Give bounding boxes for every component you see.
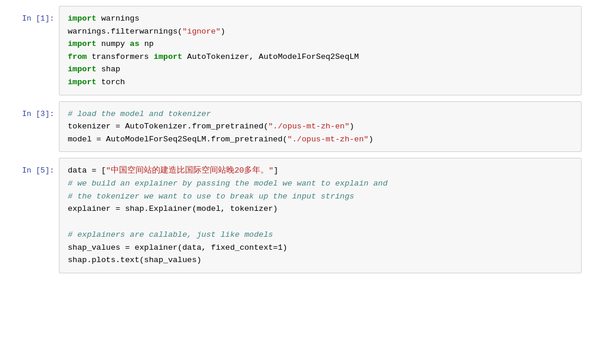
code-token: # the tokenizer we want to use to break … xyxy=(68,192,354,201)
code-token: "ignore" xyxy=(182,27,220,36)
code-token: from xyxy=(68,52,87,61)
code-token: ) xyxy=(349,122,354,131)
code-token: 1 xyxy=(278,243,282,252)
code-line: # the tokenizer we want to use to break … xyxy=(68,190,573,203)
code-line: # we build an explainer by passing the m… xyxy=(68,177,573,190)
code-token: import xyxy=(68,78,97,87)
code-token: numpy xyxy=(97,39,130,48)
cell-label: In [5]: xyxy=(0,158,59,184)
code-token: ) xyxy=(283,243,288,252)
code-token: AutoTokenizer, AutoModelForSeq2SeqLM xyxy=(182,52,359,61)
code-token: warnings.filterwarnings( xyxy=(68,27,182,36)
code-token: tokenizer = AutoTokenizer.from_pretraine… xyxy=(68,122,268,131)
cell-content[interactable]: data = ["中国空间站的建造比国际空间站晚20多年。"]# we buil… xyxy=(59,158,582,273)
code-line: shap_values = explainer(data, fixed_cont… xyxy=(68,241,573,254)
code-token: np xyxy=(140,39,154,48)
code-token: ) xyxy=(368,135,373,144)
code-line: # explainers are callable, just like mod… xyxy=(68,229,573,241)
code-token: import xyxy=(154,52,183,61)
code-line: warnings.filterwarnings("ignore") xyxy=(68,25,573,38)
cell-1: In [1]:import warningswarnings.filterwar… xyxy=(0,6,591,95)
code-line: # load the model and tokenizer xyxy=(68,108,573,121)
code-token: import xyxy=(68,39,97,48)
code-token: "./opus-mt-zh-en" xyxy=(288,135,369,144)
code-line: explainer = shap.Explainer(model, tokeni… xyxy=(68,203,573,216)
code-token: data = [ xyxy=(68,166,106,175)
code-token: # explainers are callable, just like mod… xyxy=(68,230,273,239)
code-line: data = ["中国空间站的建造比国际空间站晚20多年。"] xyxy=(68,164,573,177)
code-line: import warnings xyxy=(68,12,573,25)
cell-label: In [1]: xyxy=(0,6,59,32)
code-token: import xyxy=(68,14,97,23)
code-line: import torch xyxy=(68,76,573,89)
code-token: # load the model and tokenizer xyxy=(68,110,211,118)
code-token: explainer = shap.Explainer(model, tokeni… xyxy=(68,204,278,213)
code-line: import numpy as np xyxy=(68,38,573,51)
cell-content[interactable]: # load the model and tokenizertokenizer … xyxy=(59,101,582,153)
code-token: ] xyxy=(273,166,278,175)
code-token: model = AutoModelForSeq2SeqLM.from_pretr… xyxy=(68,135,288,144)
code-line: import shap xyxy=(68,63,573,76)
code-token: shap xyxy=(97,65,121,74)
code-token: ) xyxy=(220,27,225,36)
code-token: shap_values = explainer(data, fixed_cont… xyxy=(68,243,273,252)
empty-line xyxy=(68,216,573,229)
code-token: warnings xyxy=(97,14,140,23)
cell-content[interactable]: import warningswarnings.filterwarnings("… xyxy=(59,6,582,95)
code-token: "中国空间站的建造比国际空间站晚20多年。" xyxy=(106,166,273,175)
code-token: # we build an explainer by passing the m… xyxy=(68,179,388,188)
code-line: from transformers import AutoTokenizer, … xyxy=(68,51,573,64)
code-token: torch xyxy=(97,78,126,87)
code-line: tokenizer = AutoTokenizer.from_pretraine… xyxy=(68,120,573,133)
code-line: shap.plots.text(shap_values) xyxy=(68,254,573,267)
code-token: as xyxy=(130,39,139,48)
cell-3: In [5]:data = ["中国空间站的建造比国际空间站晚20多年。"]# … xyxy=(0,158,591,273)
code-line: model = AutoModelForSeq2SeqLM.from_pretr… xyxy=(68,133,573,146)
notebook: In [1]:import warningswarnings.filterwar… xyxy=(0,0,591,364)
code-token: shap.plots.text(shap_values) xyxy=(68,256,202,264)
code-token: import xyxy=(68,65,97,74)
cell-2: In [3]:# load the model and tokenizertok… xyxy=(0,101,591,153)
cell-label: In [3]: xyxy=(0,101,59,127)
code-token: "./opus-mt-zh-en" xyxy=(268,122,349,131)
code-token: transformers xyxy=(87,52,153,61)
